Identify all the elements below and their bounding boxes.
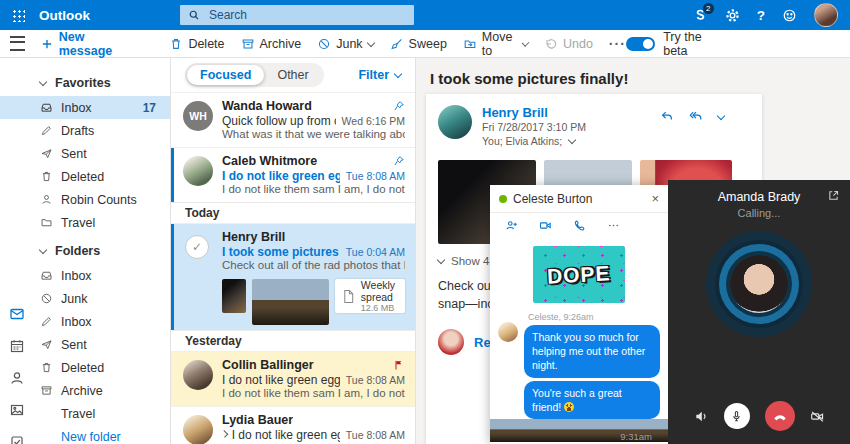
sender-name[interactable]: Henry Brill	[482, 105, 586, 120]
chevron-down-icon	[394, 70, 402, 78]
more-commands-button[interactable]: ···	[609, 36, 626, 52]
new-message-button[interactable]: New message	[41, 30, 140, 58]
tab-focused[interactable]: Focused	[187, 65, 264, 85]
person-icon	[40, 193, 53, 206]
undo-button[interactable]: Undo	[544, 37, 593, 51]
folders-header[interactable]: Folders	[0, 238, 170, 264]
sidebar-item-deleted[interactable]: Deleted	[0, 165, 170, 188]
feedback-smiley-icon[interactable]	[782, 8, 797, 23]
inbox-icon	[40, 101, 53, 114]
avatar: WH	[183, 101, 213, 131]
avatar	[183, 415, 213, 444]
broom-icon	[390, 37, 404, 51]
plus-icon	[41, 38, 53, 50]
selected-checkbox[interactable]: ✓	[185, 235, 209, 259]
chat-message-meta: Celeste, 9:26am	[524, 312, 660, 322]
chevron-down-icon[interactable]	[717, 112, 725, 120]
archive-button[interactable]: Archive	[241, 37, 302, 51]
sidebar-item-inbox[interactable]: Inbox 17	[0, 96, 170, 119]
end-call-button[interactable]	[765, 401, 795, 431]
message-row-caleb[interactable]: Caleb Whitmore I do not like green eggs …	[171, 147, 415, 202]
call-controls	[694, 401, 825, 431]
topbar-actions: 2 ?	[692, 3, 838, 27]
help-button[interactable]: ?	[757, 8, 765, 23]
group-header-yesterday: Yesterday	[171, 330, 415, 351]
close-icon[interactable]: ×	[651, 192, 659, 205]
favorites-header[interactable]: Favorites	[0, 70, 170, 96]
send-icon	[40, 147, 53, 160]
tab-other[interactable]: Other	[264, 65, 321, 85]
inbox-icon	[40, 269, 53, 282]
smile-emoji-icon	[564, 402, 574, 412]
sidebar-folder-inbox[interactable]: Inbox	[0, 264, 170, 287]
pin-icon[interactable]	[393, 100, 405, 112]
command-toolbar: New message Delete Archive Junk Sweep	[0, 30, 850, 58]
add-person-icon[interactable]	[505, 219, 518, 232]
archive-box-icon	[40, 384, 53, 397]
search-box[interactable]	[180, 5, 414, 25]
camera-off-icon[interactable]	[810, 409, 825, 424]
try-the-beta-toggle[interactable]	[626, 37, 655, 51]
search-input[interactable]	[207, 7, 406, 23]
more-options-icon[interactable]	[607, 219, 620, 232]
sweep-button[interactable]: Sweep	[390, 37, 447, 51]
people-module-icon[interactable]	[9, 370, 25, 386]
settings-gear-icon[interactable]	[725, 8, 740, 23]
email-datetime: Fri 7/28/2017 3:10 PM	[482, 120, 586, 134]
expand-conversation-icon[interactable]	[221, 430, 229, 438]
calendar-module-icon[interactable]	[9, 338, 25, 354]
video-call-icon[interactable]	[539, 219, 552, 232]
mail-module-icon[interactable]	[9, 306, 25, 322]
trash-icon	[169, 37, 183, 51]
tasks-module-icon[interactable]	[9, 434, 25, 444]
attachment-thumbnail[interactable]	[222, 279, 246, 313]
chevron-down-icon[interactable]	[568, 136, 576, 144]
move-to-button[interactable]: Move to	[463, 30, 528, 58]
flag-icon[interactable]	[393, 359, 405, 371]
callee-name: Amanda Brady	[718, 190, 801, 204]
gif-message[interactable]: DOPE	[533, 246, 625, 303]
message-row-collin[interactable]: Collin Ballinger I do not like green egg…	[171, 351, 415, 406]
sidebar-item-travel[interactable]: Travel	[0, 211, 170, 234]
folder-icon	[40, 216, 53, 229]
message-row-wanda[interactable]: WH Wanda Howard Quick follow up from cha…	[171, 92, 415, 147]
chat-bubble: You're such a great friend!	[524, 381, 660, 419]
message-row-henry-selected[interactable]: ✓ Henry Brill I took some pictures final…	[171, 223, 415, 330]
user-avatar	[438, 329, 464, 355]
user-avatar[interactable]	[814, 3, 838, 27]
chevron-down-icon	[39, 246, 47, 254]
attachment-thumbnail[interactable]	[252, 279, 329, 325]
recipients: You; Elvia Atkins;	[482, 134, 562, 148]
sidebar-item-drafts[interactable]: Drafts	[0, 119, 170, 142]
call-status: Calling...	[738, 207, 781, 219]
sidebar-item-robin-counts[interactable]: Robin Counts	[0, 188, 170, 211]
folder-sidebar: Favorites Inbox 17 Drafts Sent Deleted R…	[0, 58, 170, 444]
message-row-lydia[interactable]: Lydia Bauer I do not like green eggs and…	[171, 406, 415, 444]
speaker-icon[interactable]	[694, 409, 709, 424]
chat-contact-name: Celeste Burton	[513, 192, 592, 206]
trash-icon	[40, 170, 53, 183]
delete-button[interactable]: Delete	[169, 37, 224, 51]
send-icon	[40, 338, 53, 351]
reply-all-icon[interactable]	[689, 109, 703, 123]
app-launcher-icon[interactable]	[12, 9, 25, 22]
photos-module-icon[interactable]	[9, 402, 25, 418]
beta-toggle-group: Try the beta	[626, 30, 728, 58]
skype-button[interactable]: 2	[692, 7, 708, 23]
chat-timestamp: 9:31am	[490, 419, 668, 442]
email-subject-title: I took some pictures finally!	[416, 58, 850, 87]
pop-out-icon[interactable]	[827, 189, 840, 202]
mute-microphone-button[interactable]	[724, 403, 750, 429]
junk-button[interactable]: Junk	[317, 37, 373, 51]
pin-icon[interactable]	[393, 155, 405, 167]
sidebar-item-sent[interactable]: Sent	[0, 142, 170, 165]
attachment-previews: Weekly spread 12.6 MB	[222, 279, 405, 325]
attachment-document-card[interactable]: Weekly spread 12.6 MB	[335, 279, 405, 313]
reply-icon[interactable]	[660, 109, 674, 123]
chevron-down-icon	[366, 38, 374, 46]
skype-badge: 2	[703, 3, 714, 14]
voice-call-icon[interactable]	[573, 219, 586, 232]
filter-button[interactable]: Filter	[358, 68, 401, 82]
chat-header[interactable]: Celeste Burton ×	[490, 185, 668, 213]
hamburger-menu-icon[interactable]	[10, 36, 25, 51]
